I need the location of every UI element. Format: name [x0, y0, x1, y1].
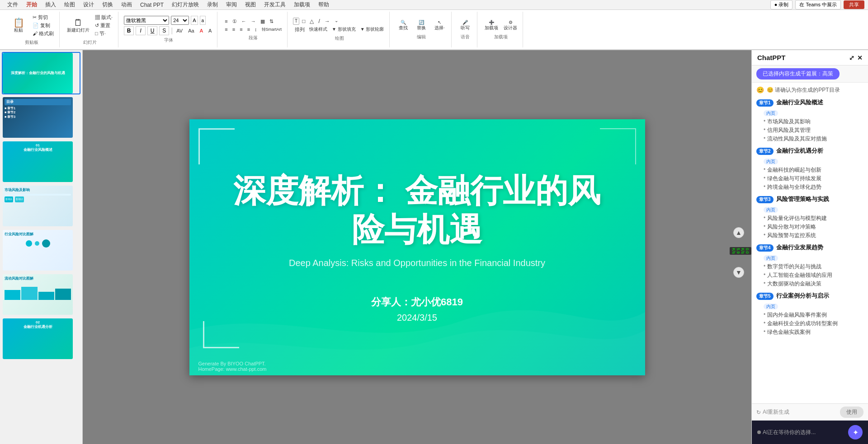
- settings-button[interactable]: ⚙ 设计器: [502, 19, 519, 32]
- teams-button[interactable]: 在 Teams 中展示: [795, 0, 841, 9]
- shape-arrow-button[interactable]: →: [323, 18, 332, 25]
- new-slide-button[interactable]: 🗒 新建幻灯片: [65, 17, 91, 34]
- gear-icon: ⚙: [509, 20, 513, 25]
- chatppt-content: 😊 😊 请确认为你生成的PPT目录 章节1 金融行业风险概述 内页 市场风险及其…: [752, 83, 868, 403]
- chapter-item-3-1: 风险量化评估与模型构建: [764, 214, 863, 223]
- replace-button[interactable]: 🔄 替换: [413, 19, 429, 32]
- inner-badge-4: 内页: [764, 255, 778, 261]
- find-button[interactable]: 🔍 查找: [395, 19, 411, 32]
- chatppt-expand-icon[interactable]: ⤢: [849, 54, 854, 61]
- chapter-title-2: 金融行业机遇分析: [776, 147, 823, 155]
- text-box-button[interactable]: T: [293, 18, 299, 25]
- italic-button[interactable]: I: [136, 26, 146, 35]
- menu-item-home[interactable]: 开始: [23, 0, 41, 9]
- shape-triangle-button[interactable]: △: [308, 18, 316, 25]
- add-icon: ➕: [489, 20, 494, 25]
- share-button[interactable]: 共享: [844, 0, 864, 9]
- slide-thumb-1[interactable]: 1 深度解析：金融行业的风险与机遇: [2, 52, 80, 94]
- font-color-button[interactable]: A: [198, 28, 205, 34]
- quick-style-button[interactable]: 快速样式: [307, 26, 329, 33]
- menu-item-help[interactable]: 帮助: [315, 0, 333, 9]
- slide-thumb-5[interactable]: 5 行业风险对比图解: [2, 229, 80, 271]
- menu-item-chatppt[interactable]: Chat PPT: [137, 1, 167, 9]
- section-button[interactable]: □ 节·: [93, 30, 114, 37]
- menu-item-animation[interactable]: 动画: [118, 0, 136, 9]
- cut-button[interactable]: ✂ 剪切: [31, 14, 56, 21]
- numbered-list-button[interactable]: ①: [231, 18, 239, 25]
- chatppt-action-button[interactable]: 已选择内容生成千篇展：高策: [756, 68, 840, 79]
- paste-button[interactable]: 📋 粘贴: [7, 17, 30, 34]
- use-button[interactable]: 使用: [840, 407, 863, 418]
- menu-item-addins[interactable]: 加载项: [290, 0, 314, 9]
- menu-item-record[interactable]: 录制: [203, 0, 222, 9]
- strikethrough-button[interactable]: S: [159, 26, 169, 35]
- select-button[interactable]: ↖ 选择·: [431, 19, 448, 32]
- column-button[interactable]: ▦: [259, 18, 267, 25]
- menu-item-design[interactable]: 设计: [80, 0, 98, 9]
- line-spacing-button[interactable]: ↕: [253, 26, 259, 33]
- add-addin-button[interactable]: ➕ 加载项: [483, 19, 500, 32]
- format-painter-button[interactable]: 🖌 格式刷: [31, 30, 56, 37]
- slide-main-title[interactable]: 深度解析： 金融行业的风 险与机遇: [233, 171, 600, 249]
- nav-up-arrow[interactable]: ▲: [733, 227, 744, 238]
- highlight-button[interactable]: A: [207, 28, 213, 34]
- mic-icon: 🎤: [462, 20, 468, 25]
- arrange-button[interactable]: 排列: [293, 26, 307, 33]
- justify-button[interactable]: ≡: [245, 26, 252, 33]
- new-slide-icon: 🗒: [74, 18, 83, 27]
- chapter-item-2-3: 跨境金融与全球化趋势: [764, 183, 863, 192]
- case-button[interactable]: Aa: [186, 28, 196, 34]
- outline-button[interactable]: ▼ 形状轮廓: [359, 26, 386, 33]
- reset-button[interactable]: ↺ 重置: [93, 22, 114, 29]
- nav-down-arrow[interactable]: ▼: [733, 267, 744, 278]
- bold-button[interactable]: B: [124, 26, 134, 35]
- menu-item-file[interactable]: 文件: [4, 0, 22, 9]
- menu-item-transition[interactable]: 切换: [99, 0, 117, 9]
- menu-item-draw[interactable]: 绘图: [61, 0, 79, 9]
- font-size-select[interactable]: 24: [171, 16, 189, 25]
- increase-font-button[interactable]: A: [191, 16, 198, 25]
- slide-thumb-3[interactable]: 3 01金融行业风险概述: [2, 140, 80, 183]
- shape-line-button[interactable]: /: [316, 18, 321, 25]
- menu-item-developer[interactable]: 开发工具: [260, 0, 289, 9]
- voice-button[interactable]: 🎤 听写: [457, 19, 473, 32]
- slide-thumb-4[interactable]: 4 市场风险及影响 影响1 影响2: [2, 185, 80, 227]
- font-family-select[interactable]: 微软雅黑: [124, 16, 169, 25]
- chapter-item-4-1: 数字货币的兴起与挑战: [764, 262, 863, 271]
- slide-panel: 1 深度解析：金融行业的风险与机遇 2 目录 ■ 章节1■ 章节2■ 章节3 3…: [0, 50, 83, 444]
- align-left-button[interactable]: ≡: [223, 26, 229, 33]
- copy-button[interactable]: 📄 复制: [31, 22, 56, 29]
- menu-item-view[interactable]: 视图: [241, 0, 259, 9]
- ai-regenerate-label[interactable]: ↻ AI重新生成: [756, 408, 789, 416]
- align-right-button[interactable]: ≡: [238, 26, 244, 33]
- layout-button[interactable]: ▦ 版式·: [93, 14, 114, 21]
- slide-thumb-2[interactable]: 2 目录 ■ 章节1■ 章节2■ 章节3: [2, 96, 80, 139]
- ribbon-group-voice: 🎤 听写 语音: [453, 12, 477, 47]
- slide-subtitle[interactable]: Deep Analysis: Risks and Opportunities i…: [289, 258, 545, 268]
- text-direction-button[interactable]: ⇅: [268, 18, 275, 25]
- chatppt-close-icon[interactable]: ✕: [857, 54, 863, 61]
- decrease-font-button[interactable]: a: [200, 16, 206, 25]
- menu-item-review[interactable]: 审阅: [222, 0, 241, 9]
- ai-send-button[interactable]: ✦: [848, 425, 863, 439]
- underline-button[interactable]: U: [147, 26, 157, 35]
- align-center-button[interactable]: ≡: [231, 26, 237, 33]
- list-button[interactable]: ≡: [223, 18, 229, 25]
- menu-item-insert[interactable]: 插入: [42, 0, 60, 9]
- increase-indent-button[interactable]: →: [249, 18, 258, 25]
- chatppt-sidebar: ChatPPT ⤢ ✕ 已选择内容生成千篇展：高策 😊 😊 请确认为你生成的PP…: [751, 50, 868, 444]
- chat-confirm-msg: 😊 😊 请确认为你生成的PPT目录: [756, 86, 863, 94]
- shape-more-button[interactable]: ⌄: [333, 18, 340, 25]
- slide-canvas[interactable]: 深度解析： 金融行业的风 险与机遇 Deep Analysis: Risks a…: [189, 119, 645, 375]
- slide-thumb-6[interactable]: 6 流动风险对比图解: [2, 273, 80, 316]
- chapter-items-5: 内页 国内外金融风险事件案例 金融科技企业的成功转型案例 绿色金融实践案例: [756, 302, 863, 337]
- slide-thumb-7[interactable]: 7 02金融行业机遇分析: [2, 318, 80, 360]
- shape-rect-button[interactable]: □: [300, 18, 307, 25]
- fill-button[interactable]: ▼ 形状填充: [330, 26, 358, 33]
- char-spacing-button[interactable]: AV: [175, 28, 184, 34]
- decrease-indent-button[interactable]: ←: [240, 18, 248, 25]
- chapter-title-4: 金融行业发展趋势: [776, 243, 823, 252]
- smartart-convert-button[interactable]: 转SmartArt: [260, 26, 284, 33]
- record-button[interactable]: ● 录制: [770, 0, 793, 9]
- menu-item-slideshow[interactable]: 幻灯片放映: [168, 0, 203, 9]
